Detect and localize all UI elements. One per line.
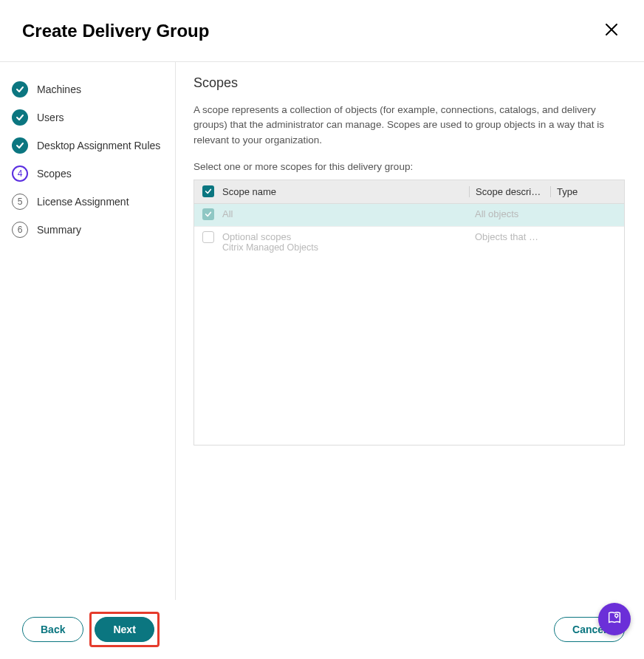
check-icon: [12, 109, 28, 126]
row-checkbox[interactable]: [202, 231, 214, 243]
table-row[interactable]: Optional scopes Citrix Managed Objects O…: [194, 226, 624, 257]
step-users[interactable]: Users: [12, 103, 175, 132]
step-label: Users: [37, 112, 64, 123]
row-name: All: [222, 208, 233, 219]
step-desktop-assignment-rules[interactable]: Desktop Assignment Rules: [12, 132, 175, 160]
titlebar: Create Delivery Group: [0, 0, 644, 61]
dialog-footer: Back Next Cancel: [0, 600, 644, 659]
table-row[interactable]: All All objects: [194, 204, 624, 226]
dialog-title: Create Delivery Group: [22, 21, 209, 41]
col-header-description[interactable]: Scope descrip…: [469, 186, 550, 197]
step-label: Scopes: [37, 168, 72, 180]
step-label: License Assignment: [37, 196, 129, 208]
row-description: All objects: [469, 208, 550, 219]
help-fab[interactable]: [598, 603, 631, 635]
row-checkbox[interactable]: [202, 208, 214, 220]
step-machines[interactable]: Machines: [12, 75, 175, 103]
close-icon: [604, 28, 619, 39]
row-description: Objects that m…: [469, 231, 550, 242]
row-name: Optional scopes: [222, 231, 291, 242]
row-subtitle: Citrix Managed Objects: [222, 242, 318, 253]
section-instruction: Select one or more scopes for this deliv…: [193, 161, 625, 172]
check-icon: [12, 137, 28, 154]
step-label: Desktop Assignment Rules: [37, 140, 160, 151]
step-license-assignment[interactable]: 5 License Assignment: [12, 188, 175, 216]
wizard-steps-sidebar: Machines Users Desktop Assignment Rules …: [0, 62, 176, 600]
step-summary[interactable]: 6 Summary: [12, 216, 175, 244]
section-heading: Scopes: [193, 75, 625, 91]
step-label: Machines: [37, 83, 81, 95]
close-button[interactable]: [600, 18, 623, 44]
select-all-checkbox[interactable]: [202, 185, 214, 197]
section-description: A scope represents a collection of objec…: [193, 103, 625, 148]
check-icon: [12, 81, 28, 98]
step-label: Summary: [37, 224, 81, 236]
step-number-icon: 6: [12, 222, 28, 238]
step-scopes[interactable]: 4 Scopes: [12, 160, 175, 188]
step-number-icon: 4: [12, 165, 28, 182]
svg-point-0: [615, 614, 618, 617]
next-button[interactable]: Next: [95, 617, 154, 642]
step-number-icon: 5: [12, 194, 28, 210]
back-button[interactable]: Back: [22, 617, 83, 642]
main-panel: Scopes A scope represents a collection o…: [176, 62, 644, 600]
col-header-type[interactable]: Type: [550, 186, 624, 197]
lightbulb-book-icon: [606, 610, 623, 629]
scopes-table: Scope name Scope descrip… Type All: [193, 180, 625, 445]
table-body: All All objects Optional scopes Citrix M…: [194, 204, 624, 445]
next-button-highlight: Next: [89, 612, 159, 647]
table-header: Scope name Scope descrip… Type: [194, 180, 624, 204]
col-header-name[interactable]: Scope name: [222, 186, 469, 197]
